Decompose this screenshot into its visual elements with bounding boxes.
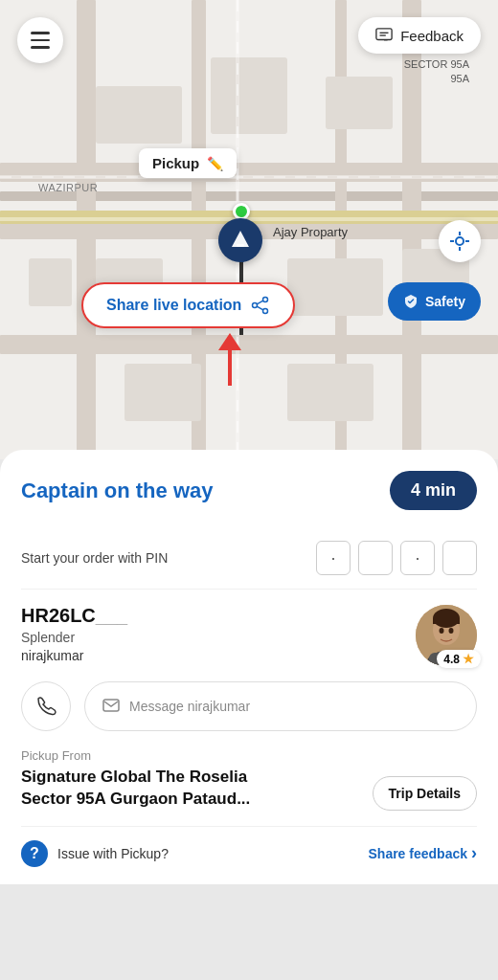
driver-row: HR26LC___ Splender nirajkumar: [21, 605, 477, 666]
location-icon: [449, 231, 470, 252]
svg-rect-10: [96, 86, 182, 144]
pin-box-1[interactable]: ·: [316, 541, 351, 575]
pickup-from: Pickup From Signature Global The Roselia…: [21, 748, 477, 811]
issue-bar: ? Issue with Pickup? Share feedback ›: [21, 826, 477, 884]
vehicle-icon: [228, 228, 253, 253]
svg-rect-28: [237, 244, 244, 247]
pin-row: Start your order with PIN · ·: [21, 527, 477, 590]
feedback-icon: [375, 27, 393, 44]
share-feedback-link[interactable]: Share feedback ›: [369, 843, 478, 863]
svg-point-35: [263, 309, 268, 314]
share-location-button[interactable]: Share live location: [81, 282, 295, 328]
issue-left: ? Issue with Pickup?: [21, 840, 169, 867]
share-icon: [251, 296, 270, 315]
pin-box-2[interactable]: [358, 541, 393, 575]
driver-plate: HR26LC___: [21, 605, 127, 627]
driver-info: HR26LC___ Splender nirajkumar: [21, 605, 127, 663]
svg-point-47: [440, 628, 444, 634]
svg-point-29: [456, 237, 464, 245]
trip-details-button[interactable]: Trip Details: [373, 776, 477, 811]
pickup-from-row: Signature Global The Roselia Sector 95A …: [21, 767, 477, 811]
driver-name: nirajkumar: [21, 648, 127, 663]
captain-status: Captain on the way: [21, 479, 213, 503]
svg-rect-4: [0, 335, 498, 354]
issue-text: Issue with Pickup?: [57, 846, 169, 861]
sector-label: SECTOR 95A 95A: [404, 57, 469, 87]
svg-line-38: [258, 306, 264, 310]
message-placeholder: Message nirajkumar: [129, 699, 250, 714]
svg-rect-14: [287, 258, 383, 316]
driver-rating: 4.8 ★: [437, 650, 481, 668]
safety-label: Safety: [425, 294, 465, 309]
svg-rect-12: [326, 77, 393, 129]
svg-rect-5: [77, 0, 96, 459]
pickup-label: Pickup ✏️: [139, 148, 237, 178]
wazirpur-label: WAZIRPUR: [38, 182, 98, 193]
feedback-button[interactable]: Feedback: [358, 17, 481, 54]
pin-boxes: · ·: [316, 541, 477, 575]
driver-avatar-wrap: 4.8 ★: [416, 605, 477, 666]
svg-marker-40: [218, 333, 241, 350]
menu-button[interactable]: [17, 17, 63, 63]
star-icon: ★: [463, 652, 474, 666]
captain-marker: [218, 218, 262, 262]
svg-rect-24: [376, 29, 392, 40]
pin-box-3[interactable]: ·: [400, 541, 435, 575]
bottom-panel: Captain on the way 4 min Start your orde…: [0, 450, 498, 884]
phone-icon: [35, 696, 57, 717]
shield-icon: [403, 294, 419, 309]
feedback-label: Feedback: [400, 28, 464, 44]
message-icon: [102, 698, 120, 715]
svg-rect-44: [433, 618, 460, 624]
share-location-label: Share live location: [106, 297, 241, 314]
arrow-annotation: [211, 333, 249, 394]
chevron-right-icon: ›: [471, 843, 477, 863]
call-button[interactable]: [21, 681, 71, 731]
hamburger-icon: [31, 32, 50, 49]
driver-vehicle: Splender: [21, 630, 127, 645]
svg-rect-18: [287, 364, 374, 421]
action-buttons: Message nirajkumar: [21, 681, 477, 731]
svg-line-37: [258, 301, 264, 304]
share-feedback-label: Share feedback: [369, 846, 468, 861]
status-row: Captain on the way 4 min: [21, 471, 477, 510]
help-icon: ?: [21, 840, 48, 867]
svg-point-34: [263, 298, 268, 302]
pickup-from-label: Pickup From: [21, 748, 477, 763]
pin-label: Start your order with PIN: [21, 550, 168, 566]
edit-icon: ✏️: [207, 156, 223, 171]
property-label: Ajay Proparty: [273, 225, 348, 239]
rating-value: 4.8: [443, 653, 460, 666]
location-button[interactable]: [439, 220, 481, 262]
pickup-address: Signature Global The Roselia Sector 95A …: [21, 767, 289, 811]
svg-point-36: [253, 303, 258, 308]
svg-rect-11: [211, 57, 287, 134]
pickup-text: Pickup: [152, 155, 199, 171]
svg-rect-17: [124, 364, 201, 421]
svg-point-48: [449, 628, 454, 634]
message-button[interactable]: Message nirajkumar: [84, 681, 477, 731]
map-area: Feedback SECTOR 95A 95A WAZIRPUR Pickup …: [0, 0, 498, 459]
svg-rect-15: [29, 258, 72, 306]
pin-box-4[interactable]: [442, 541, 477, 575]
svg-rect-49: [103, 700, 119, 711]
safety-button[interactable]: Safety: [388, 282, 481, 321]
eta-badge: 4 min: [390, 471, 477, 510]
